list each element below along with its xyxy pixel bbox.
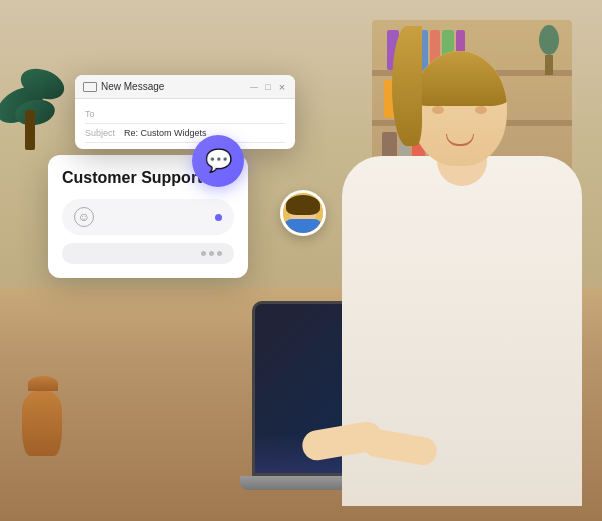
subject-value[interactable]: Re: Custom Widgets: [124, 128, 285, 138]
plant: [0, 30, 80, 150]
email-window-title: New Message: [101, 81, 164, 92]
mail-icon: [83, 82, 97, 92]
email-body: To Subject Re: Custom Widgets: [75, 99, 295, 149]
typing-dot-2: [209, 251, 214, 256]
chat-bubble-icon: 💬: [205, 148, 232, 174]
typing-dots: [74, 251, 222, 256]
maximize-button[interactable]: [263, 82, 273, 92]
user-silhouette-icon: ☺: [78, 211, 90, 223]
email-titlebar-left: New Message: [83, 81, 164, 92]
to-label: To: [85, 109, 120, 119]
chat-input-area[interactable]: ☺: [62, 199, 234, 235]
email-compose-window: New Message To Subject Re: Custom Widget…: [75, 75, 295, 149]
subject-label: Subject: [85, 128, 120, 138]
email-titlebar: New Message: [75, 75, 295, 99]
chat-icon-bubble[interactable]: 💬: [192, 135, 244, 187]
typing-bubble: [62, 243, 234, 264]
subject-field-row: Subject Re: Custom Widgets: [85, 124, 285, 143]
typing-dot-1: [201, 251, 206, 256]
typing-dot-3: [217, 251, 222, 256]
avatar-circle[interactable]: [280, 190, 326, 236]
window-controls[interactable]: [249, 82, 287, 92]
vase: [20, 381, 65, 461]
person-woman: [282, 86, 582, 506]
close-button[interactable]: [277, 82, 287, 92]
user-avatar-icon: ☺: [74, 207, 94, 227]
minimize-button[interactable]: [249, 82, 259, 92]
online-status-dot: [215, 214, 222, 221]
to-field-row: To: [85, 105, 285, 124]
